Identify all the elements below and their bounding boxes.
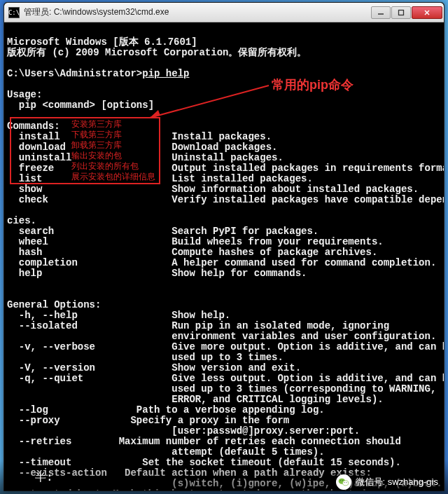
option-row: [user:passwd@]proxy.server:port. xyxy=(7,425,360,437)
command-row: completion A helper command used for com… xyxy=(7,257,436,268)
command-row: install Install packages. xyxy=(7,131,272,142)
command-row: wheel Build wheels from your requirement… xyxy=(7,236,384,247)
option-row: --timeout Set the socket timeout (defaul… xyxy=(7,457,401,468)
prompt-path: C:\Users\Administrator> xyxy=(7,68,142,79)
option-row: (s)witch, (i)gnore, (w)ipe, (b)ackup, (a… xyxy=(7,478,442,489)
svg-marker-5 xyxy=(150,110,160,118)
option-row: --exists-action Default action when a pa… xyxy=(7,467,372,479)
option-row: --proxy Specify a proxy in the form xyxy=(7,415,289,426)
option-row: -h, --help Show help. xyxy=(7,310,230,321)
prompt-command: pip help xyxy=(142,68,189,79)
usage-line: pip <command> [options] xyxy=(7,100,154,111)
commands-heading: Commands: xyxy=(7,121,60,132)
option-row: --isolated Run pip in an isolated mode, … xyxy=(7,320,389,331)
command-row: download Download packages. xyxy=(7,142,277,153)
annotation-title: 常用的pip命令 xyxy=(272,80,354,90)
option-row: -v, --verbose Give more output. Option i… xyxy=(7,341,444,352)
command-row: show Show information about installed pa… xyxy=(7,184,419,195)
general-heading: General Options: xyxy=(7,299,101,310)
header-line: Microsoft Windows [版本 6.1.7601] xyxy=(7,36,197,48)
option-row: environment variables and user configura… xyxy=(7,331,436,342)
annotation-text: 安装第三方库 xyxy=(71,119,122,130)
option-row: attempt (default 5 times). xyxy=(7,446,325,458)
command-row: freeze Output installed packages in requ… xyxy=(7,163,444,174)
option-row: -q, --quiet Give less output. Option is … xyxy=(7,373,444,384)
command-tail: cies. xyxy=(7,215,36,226)
command-row: check Verify installed packages have com… xyxy=(7,194,444,205)
close-button[interactable] xyxy=(412,6,442,19)
command-row: list List installed packages. xyxy=(7,173,313,184)
option-row: --trusted-host Mark this host as trusted… xyxy=(7,488,384,490)
cmd-icon: C:\ xyxy=(8,7,20,18)
header-line: 版权所有 (c) 2009 Microsoft Corporation。保留所有… xyxy=(7,47,307,58)
window-title: 管理员: C:\windows\system32\cmd.exe xyxy=(24,6,371,18)
minimize-button[interactable] xyxy=(371,6,391,19)
option-row: used up to 3 times. xyxy=(7,352,284,363)
titlebar[interactable]: C:\ 管理员: C:\windows\system32\cmd.exe xyxy=(4,3,444,22)
command-row: uninstall Uninstall packages. xyxy=(7,152,284,163)
svg-rect-1 xyxy=(399,10,404,15)
console-area[interactable]: Microsoft Windows [版本 6.1.7601] 版权所有 (c)… xyxy=(4,22,444,490)
option-row: -V, --version Show version and exit. xyxy=(7,362,301,373)
option-row: ERROR, and CRITICAL logging levels). xyxy=(7,394,384,405)
cmd-window: C:\ 管理员: C:\windows\system32\cmd.exe Mic… xyxy=(4,2,444,491)
maximize-button[interactable] xyxy=(391,6,411,19)
svg-line-4 xyxy=(150,85,269,118)
command-row: search Search PyPI for packages. xyxy=(7,226,318,237)
option-row: --retries Maximum number of retries each… xyxy=(7,436,401,447)
usage-heading: Usage: xyxy=(7,89,42,100)
command-row: help Show help for commands. xyxy=(7,268,307,279)
command-row: hash Compute hashes of package archives. xyxy=(7,247,377,258)
annotation-arrow xyxy=(141,81,274,123)
option-row: used up to 3 times (corresponding to WAR… xyxy=(7,383,436,394)
option-row: --log Path to a verbose appending log. xyxy=(7,404,325,416)
